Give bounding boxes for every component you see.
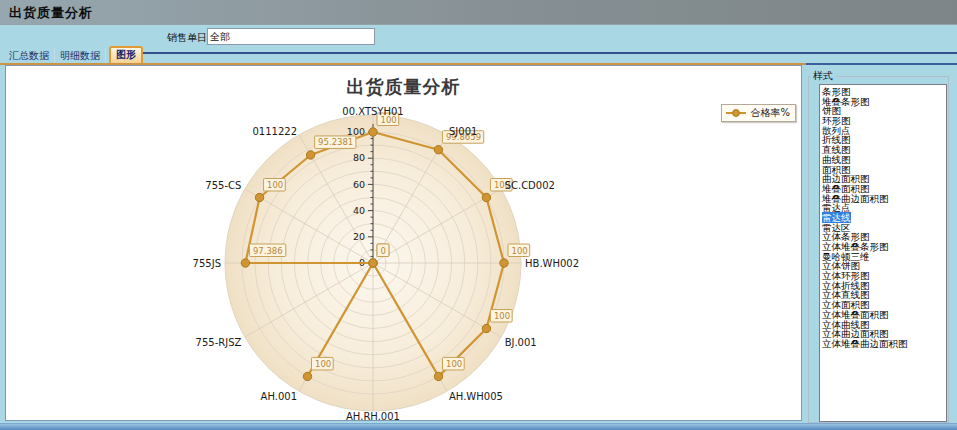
svg-text:755JS: 755JS (193, 258, 221, 269)
data-point-marker (434, 372, 442, 380)
svg-text:100: 100 (512, 246, 528, 256)
data-point-marker (434, 146, 442, 154)
svg-text:HB.WH002: HB.WH002 (525, 258, 579, 269)
svg-text:SJ001: SJ001 (449, 126, 477, 137)
window-title-bar: 出货质量分析 (0, 0, 957, 25)
svg-text:100: 100 (494, 311, 510, 321)
chart-legend: 合格率% (721, 104, 796, 122)
page-title: 出货质量分析 (9, 5, 93, 20)
svg-text:0: 0 (381, 246, 386, 256)
tabstrip-baseline (130, 52, 957, 54)
svg-text:755-CS: 755-CS (205, 180, 241, 191)
data-point-marker (303, 372, 311, 380)
svg-text:AH.RH.001: AH.RH.001 (346, 411, 400, 420)
svg-text:40: 40 (353, 205, 365, 216)
svg-text:60: 60 (353, 179, 365, 190)
tab-strip: 汇总数据明细数据图形 (4, 46, 143, 63)
tab-summary-data[interactable]: 汇总数据 (4, 48, 55, 63)
svg-text:80: 80 (353, 152, 365, 163)
legend-line-marker-icon (725, 108, 747, 118)
tab-graphic[interactable]: 图形 (109, 46, 143, 63)
style-group-title: 样式 (810, 69, 836, 83)
chart-panel: 02040608010010099.8659100100100100010009… (5, 65, 802, 421)
svg-text:755-RJSZ: 755-RJSZ (196, 337, 242, 348)
svg-text:95.2381: 95.2381 (318, 137, 353, 147)
side-panel-top-border (806, 63, 957, 65)
sales-date-input[interactable] (207, 28, 375, 45)
svg-text:97.386: 97.386 (253, 246, 283, 256)
data-point-marker (306, 151, 314, 159)
svg-text:100: 100 (267, 180, 283, 190)
data-point-marker (369, 259, 377, 267)
style-option[interactable]: 立体堆叠曲边面积图 (820, 339, 946, 349)
svg-text:0111222: 0111222 (252, 126, 297, 137)
window-bottom-edge (0, 423, 957, 430)
svg-text:SC.CD002: SC.CD002 (505, 180, 555, 191)
svg-text:00.XTSYH01: 00.XTSYH01 (342, 106, 403, 117)
data-point-marker (482, 324, 490, 332)
svg-text:AH.001: AH.001 (261, 391, 297, 402)
data-point-marker (482, 193, 490, 201)
svg-text:100: 100 (315, 359, 331, 369)
svg-text:20: 20 (353, 231, 365, 242)
svg-text:100: 100 (446, 359, 462, 369)
radar-chart: 02040608010010099.8659100100100100010009… (6, 66, 801, 420)
style-list[interactable]: 条形图堆叠条形图饼图环形图散列点折线图直线图曲线图面积图曲边面积图堆叠面积图堆叠… (819, 84, 947, 422)
data-point-marker (255, 193, 263, 201)
svg-text:BJ.001: BJ.001 (505, 337, 537, 348)
tab-detail-data[interactable]: 明细数据 (55, 48, 106, 63)
data-point-marker (241, 259, 249, 267)
data-point-marker (369, 128, 377, 136)
chart-title: 出货质量分析 (6, 75, 801, 99)
legend-label: 合格率% (750, 106, 790, 120)
data-point-marker (500, 259, 508, 267)
svg-text:AH.WH005: AH.WH005 (449, 391, 503, 402)
